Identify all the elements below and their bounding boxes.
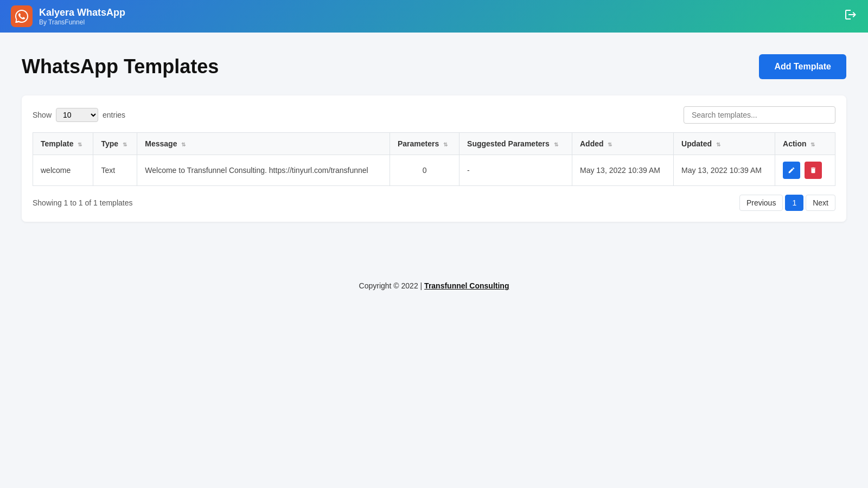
cell-parameters: 0 <box>390 155 459 186</box>
col-template: Template ⇅ <box>33 133 93 155</box>
page-footer: Copyright © 2022 | Transfunnel Consultin… <box>0 265 868 306</box>
edit-icon <box>788 166 795 174</box>
col-updated: Updated ⇅ <box>674 133 775 155</box>
cell-action <box>775 155 835 186</box>
search-input[interactable] <box>684 106 835 124</box>
logout-icon <box>844 8 857 21</box>
cell-updated: May 13, 2022 10:39 AM <box>674 155 775 186</box>
header-left: Kalyera WhatsApp By TransFunnel <box>11 5 125 27</box>
entries-select[interactable]: 10 25 50 100 <box>56 108 98 122</box>
next-button[interactable]: Next <box>806 195 835 211</box>
sort-icon-type[interactable]: ⇅ <box>123 142 127 147</box>
sort-icon-message[interactable]: ⇅ <box>181 142 186 147</box>
previous-button[interactable]: Previous <box>739 195 783 211</box>
footer-link[interactable]: Transfunnel Consulting <box>424 281 509 290</box>
app-title-block: Kalyera WhatsApp By TransFunnel <box>39 7 125 26</box>
cell-template: welcome <box>33 155 93 186</box>
app-header: Kalyera WhatsApp By TransFunnel <box>0 0 868 33</box>
col-added: Added ⇅ <box>572 133 674 155</box>
copyright-text: Copyright © 2022 | <box>359 281 423 290</box>
app-logo <box>11 5 33 27</box>
show-label: Show <box>33 111 52 119</box>
app-name: Kalyera WhatsApp <box>39 7 125 18</box>
sort-icon-parameters[interactable]: ⇅ <box>443 142 448 147</box>
whatsapp-icon <box>15 10 28 23</box>
col-message: Message ⇅ <box>137 133 390 155</box>
page-title: WhatsApp Templates <box>22 55 219 78</box>
show-entries-control: Show 10 25 50 100 entries <box>33 108 125 122</box>
delete-icon <box>809 166 817 174</box>
cell-added: May 13, 2022 10:39 AM <box>572 155 674 186</box>
cell-type: Text <box>93 155 137 186</box>
logout-button[interactable] <box>844 8 857 24</box>
add-template-button[interactable]: Add Template <box>759 54 846 79</box>
table-controls: Show 10 25 50 100 entries <box>33 106 835 124</box>
main-content: WhatsApp Templates Add Template Show 10 … <box>0 33 868 233</box>
sort-icon-updated[interactable]: ⇅ <box>716 142 720 147</box>
pagination: Previous 1 Next <box>739 195 835 211</box>
cell-message: Welcome to Transfunnel Consulting. https… <box>137 155 390 186</box>
delete-button[interactable] <box>805 162 822 179</box>
sort-icon-suggested[interactable]: ⇅ <box>554 142 558 147</box>
templates-table: Template ⇅ Type ⇅ Message ⇅ Parameters ⇅ <box>33 132 835 186</box>
col-type: Type ⇅ <box>93 133 137 155</box>
col-parameters: Parameters ⇅ <box>390 133 459 155</box>
col-suggested-parameters: Suggested Parameters ⇅ <box>459 133 572 155</box>
showing-text: Showing 1 to 1 of 1 templates <box>33 198 132 207</box>
col-action: Action ⇅ <box>775 133 835 155</box>
page-1-button[interactable]: 1 <box>785 195 803 211</box>
sort-icon-template[interactable]: ⇅ <box>78 142 82 147</box>
edit-button[interactable] <box>783 162 800 179</box>
table-row: welcome Text Welcome to Transfunnel Cons… <box>33 155 835 186</box>
table-container: Show 10 25 50 100 entries Template ⇅ <box>22 95 846 222</box>
sort-icon-action[interactable]: ⇅ <box>810 142 815 147</box>
entries-label: entries <box>103 111 125 119</box>
page-header: WhatsApp Templates Add Template <box>22 54 846 79</box>
app-subtitle: By TransFunnel <box>39 18 125 26</box>
sort-icon-added[interactable]: ⇅ <box>608 142 612 147</box>
table-footer: Showing 1 to 1 of 1 templates Previous 1… <box>33 195 835 211</box>
cell-suggested-parameters: - <box>459 155 572 186</box>
table-header-row: Template ⇅ Type ⇅ Message ⇅ Parameters ⇅ <box>33 133 835 155</box>
